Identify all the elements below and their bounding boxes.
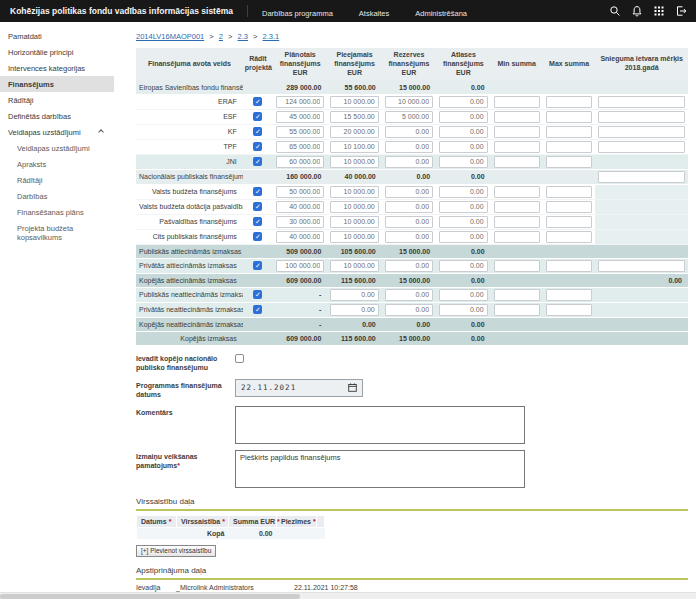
sidebar-item-horizontālie-principi[interactable]: Horizontālie principi [0, 44, 114, 60]
sidebar-subitem-darbības[interactable]: Darbības [0, 188, 114, 204]
amount-input[interactable] [276, 96, 324, 108]
amount-input[interactable] [330, 156, 378, 168]
row-checkbox[interactable]: ✓ [253, 261, 262, 270]
amount-input[interactable] [385, 231, 433, 243]
sidebar-item-finansējums[interactable]: Finansējums [0, 76, 114, 92]
amount-input[interactable] [385, 111, 433, 123]
amount-input[interactable] [494, 111, 540, 123]
national-funding-checkbox[interactable] [235, 354, 244, 363]
top-menu-item[interactable]: Darbības programma [262, 9, 333, 18]
amount-input[interactable] [385, 216, 433, 228]
amount-input[interactable] [276, 111, 324, 123]
amount-input[interactable] [330, 186, 378, 198]
amount-input[interactable] [276, 260, 324, 272]
amount-input[interactable] [546, 126, 592, 138]
top-menu-item[interactable]: Administrēšana [415, 9, 467, 18]
amount-input[interactable] [330, 111, 378, 123]
comment-textarea[interactable] [235, 406, 525, 444]
amount-input[interactable] [330, 96, 378, 108]
amount-input[interactable] [439, 201, 487, 213]
amount-input[interactable] [439, 186, 487, 198]
amount-input[interactable] [546, 231, 592, 243]
row-checkbox[interactable]: ✓ [253, 187, 262, 196]
amount-input[interactable] [494, 201, 540, 213]
amount-input[interactable] [494, 96, 540, 108]
scrollbar-thumb[interactable] [0, 594, 300, 599]
amount-input[interactable] [546, 186, 592, 198]
amount-input[interactable] [276, 156, 324, 168]
breadcrumb-link[interactable]: 2 [219, 32, 223, 41]
amount-input[interactable] [385, 141, 433, 153]
sidebar-item-intervences-kategorijas[interactable]: Intervences kategorijas [0, 60, 114, 76]
notifications-icon[interactable] [631, 5, 643, 17]
amount-input[interactable] [439, 111, 487, 123]
amount-input[interactable] [385, 126, 433, 138]
amount-input[interactable] [276, 216, 324, 228]
amount-input[interactable] [546, 260, 592, 272]
row-checkbox[interactable]: ✓ [253, 127, 262, 136]
amount-input[interactable] [546, 289, 592, 301]
amount-input[interactable] [598, 260, 685, 272]
sidebar-subitem-rādītāji[interactable]: Rādītāji [0, 172, 114, 188]
amount-input[interactable] [276, 201, 324, 213]
amount-input[interactable] [494, 216, 540, 228]
row-checkbox[interactable]: ✓ [253, 142, 262, 151]
amount-input[interactable] [598, 171, 685, 183]
amount-input[interactable] [330, 231, 378, 243]
amount-input[interactable] [598, 126, 685, 138]
amount-input[interactable] [439, 141, 487, 153]
amount-input[interactable] [385, 96, 433, 108]
amount-input[interactable] [494, 260, 540, 272]
amount-input[interactable] [494, 156, 540, 168]
amount-input[interactable] [494, 289, 540, 301]
amount-input[interactable] [546, 216, 592, 228]
amount-input[interactable] [598, 111, 685, 123]
amount-input[interactable] [385, 156, 433, 168]
breadcrumb-link[interactable]: 2014LV16MAOP001 [136, 32, 204, 41]
amount-input[interactable] [439, 289, 487, 301]
amount-input[interactable] [439, 156, 487, 168]
sidebar-item-definētās-darbības[interactable]: Definētās darbības [0, 108, 114, 124]
amount-input[interactable] [439, 216, 487, 228]
amount-input[interactable] [598, 141, 685, 153]
amount-input[interactable] [546, 141, 592, 153]
amount-input[interactable] [330, 260, 378, 272]
amount-input[interactable] [494, 304, 540, 316]
amount-input[interactable] [439, 260, 487, 272]
row-checkbox[interactable]: ✓ [253, 112, 262, 121]
sidebar-item-pamatdati[interactable]: Pamatdati [0, 28, 114, 44]
row-checkbox[interactable]: ✓ [253, 202, 262, 211]
amount-input[interactable] [276, 126, 324, 138]
amount-input[interactable] [385, 186, 433, 198]
reason-textarea[interactable]: Piešķirts papildus finansējums [235, 450, 525, 488]
search-icon[interactable] [609, 5, 621, 17]
top-menu-item[interactable]: Atskaites [359, 9, 389, 18]
amount-input[interactable] [439, 96, 487, 108]
amount-input[interactable] [494, 186, 540, 198]
breadcrumb-link[interactable]: 2.3 [238, 32, 248, 41]
amount-input[interactable] [546, 111, 592, 123]
amount-input[interactable] [439, 231, 487, 243]
horizontal-scrollbar[interactable] [0, 592, 696, 599]
amount-input[interactable] [598, 96, 685, 108]
amount-input[interactable] [330, 126, 378, 138]
amount-input[interactable] [385, 260, 433, 272]
sidebar-subitem-apraksts[interactable]: Apraksts [0, 156, 114, 172]
logout-icon[interactable] [675, 5, 687, 17]
amount-input[interactable] [385, 201, 433, 213]
amount-input[interactable] [385, 304, 433, 316]
amount-input[interactable] [330, 304, 378, 316]
amount-input[interactable] [330, 289, 378, 301]
sidebar-item-veidlapas-uzstādījumi[interactable]: Veidlapas uzstādījumi [0, 124, 114, 140]
amount-input[interactable] [276, 141, 324, 153]
row-checkbox[interactable]: ✓ [253, 97, 262, 106]
sidebar-item-rādītāji[interactable]: Rādītāji [0, 92, 114, 108]
add-overcommitment-button[interactable]: [+] Pievienot virssaistību [136, 545, 216, 557]
amount-input[interactable] [330, 216, 378, 228]
amount-input[interactable] [494, 141, 540, 153]
amount-input[interactable] [546, 201, 592, 213]
amount-input[interactable] [276, 231, 324, 243]
app-switcher-icon[interactable] [653, 5, 665, 17]
amount-input[interactable] [276, 186, 324, 198]
amount-input[interactable] [546, 304, 592, 316]
